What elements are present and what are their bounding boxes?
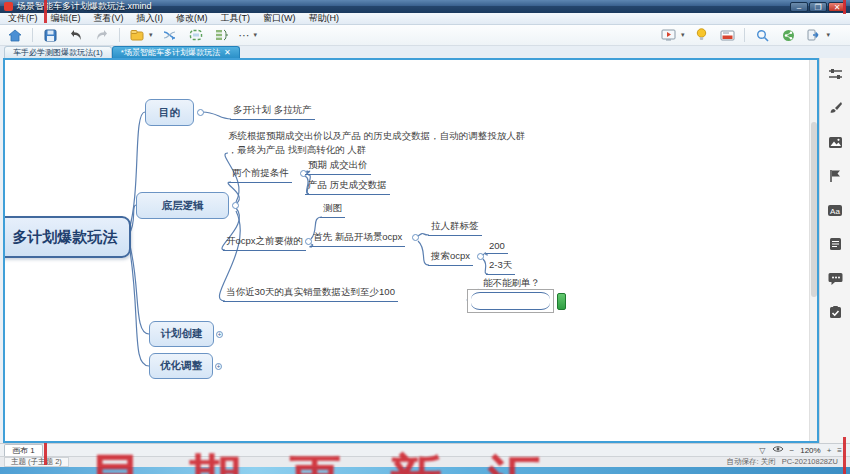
presentation-caret-icon[interactable]: ▾ (681, 31, 685, 39)
scrollbar-thumb[interactable] (811, 122, 817, 297)
export-button[interactable] (805, 27, 823, 44)
topic-test-image[interactable]: 测图 (320, 202, 345, 218)
collapse-joint[interactable] (232, 202, 239, 209)
menu-view[interactable]: 查看(V) (94, 12, 124, 25)
topic-underlying-logic[interactable]: 底层逻辑 (136, 192, 229, 219)
topic-system-text[interactable]: 系统根据预期成交出价以及产品 的历史成交数据，自动的调整投放人群 ，最终为产品 … (228, 129, 531, 157)
outline-toggle-icon[interactable]: ≡ (837, 446, 842, 455)
topic-product-history[interactable]: 产品 历史成交数据 (305, 179, 390, 195)
menu-edit[interactable]: 编辑(E) (51, 12, 81, 25)
marker-button[interactable] (128, 27, 146, 44)
svg-text:Aa: Aa (830, 206, 840, 215)
topic-optimization[interactable]: 优化调整 (149, 353, 213, 379)
summary-button[interactable] (213, 27, 231, 44)
watermark-line (44, 443, 47, 465)
notes-icon[interactable] (827, 236, 843, 252)
share-button[interactable] (779, 27, 797, 44)
image-icon[interactable] (827, 134, 843, 150)
root-topic[interactable]: 多计划爆款玩法 (3, 216, 131, 258)
topic-plan-creation[interactable]: 计划创建 (149, 321, 214, 347)
collapse-joint[interactable] (412, 234, 419, 241)
export-caret-icon[interactable]: ▾ (826, 31, 830, 39)
toolbar: ▾ ⋯ ▾ ▾ ▾ (0, 25, 850, 46)
tab-close-icon[interactable]: ✕ (224, 48, 231, 57)
zoom-out-button[interactable]: − (790, 446, 795, 455)
xmind-app-icon (4, 2, 13, 11)
tab-label: 车手必学测图爆款玩法(1) (13, 47, 103, 58)
canvas-vertical-scrollbar[interactable] (809, 60, 817, 441)
marker-caret-icon[interactable]: ▾ (149, 31, 153, 39)
watermark-line (843, 437, 846, 474)
topic-200[interactable]: 200 (486, 240, 508, 254)
save-button[interactable] (41, 27, 59, 44)
topic-expected-bid[interactable]: 预期 成交出价 (305, 159, 371, 175)
topic-before-ocpx[interactable]: 开ocpx之前要做的 (223, 235, 306, 251)
undo-button[interactable] (67, 27, 85, 44)
menu-modify[interactable]: 修改(M) (176, 12, 208, 25)
topic-crowd-tag[interactable]: 拉人群标签 (428, 220, 482, 236)
search-button[interactable] (753, 27, 771, 44)
topic-two-preconditions[interactable]: 两个前提条件 (229, 167, 292, 183)
presentation-button[interactable] (660, 27, 678, 44)
menu-help[interactable]: 帮助(H) (309, 12, 340, 25)
menu-tools[interactable]: 工具(T) (221, 12, 251, 25)
paint-brush-icon[interactable] (827, 100, 843, 116)
slide-panel-button[interactable] (718, 27, 736, 44)
tab-current-file[interactable]: *场景智能车多计划爆款玩法 ✕ (112, 46, 240, 58)
menu-window[interactable]: 窗口(W) (263, 12, 296, 25)
topic-2-3-days[interactable]: 2-3天 (486, 259, 515, 275)
topic-purpose[interactable]: 目的 (145, 99, 194, 126)
redo-button[interactable] (93, 27, 111, 44)
zoom-in-button[interactable]: + (827, 446, 832, 455)
expand-joint[interactable]: + (216, 331, 223, 338)
comments-icon[interactable] (827, 270, 843, 286)
topic-30day-sales[interactable]: 当你近30天的真实销量数据达到至少100 (223, 286, 398, 302)
topic-editing-box[interactable] (467, 289, 554, 313)
autosave-status: 自动保存: 关闭 (727, 457, 776, 467)
topic-multi-plan[interactable]: 多开计划 多拉坑产 (230, 104, 315, 120)
topic-search-ocpx[interactable]: 搜索ocpx (428, 250, 473, 266)
watermark-line (843, 0, 846, 14)
eye-icon[interactable] (772, 445, 784, 455)
watermark-line (44, 0, 47, 23)
task-check-icon[interactable] (827, 304, 843, 320)
zoom-level: 120% (800, 446, 820, 455)
minimize-button[interactable]: – (790, 2, 808, 12)
selection-status: 主题 (子主题 2) (4, 457, 69, 467)
right-sidebar: Aa (819, 58, 850, 443)
styles-text-icon[interactable]: Aa (827, 202, 843, 218)
collapse-joint[interactable] (477, 253, 484, 260)
collapse-joint[interactable] (197, 109, 204, 116)
watermark-text: 早期更新汇 (88, 444, 588, 474)
menu-bar: 文件(F) 编辑(E) 查看(V) 插入(I) 修改(M) 工具(T) 窗口(W… (0, 13, 850, 25)
sheet-dropdown-icon[interactable]: ▽ (759, 446, 765, 455)
sheet-tab-canvas1[interactable]: 画布 1 (4, 444, 43, 456)
lightbulb-button[interactable] (692, 27, 710, 44)
more-tools-button[interactable]: ⋯ (239, 29, 251, 42)
more-caret-icon[interactable]: ▾ (254, 31, 258, 39)
mindmap-canvas[interactable]: 多计划爆款玩法 目的 多开计划 多拉坑产 底层逻辑 系统根据预期成交出价以及产品… (3, 58, 819, 443)
marker-flag-icon[interactable] (827, 168, 843, 184)
device-name: PC-20210828ZU (782, 457, 838, 467)
tab-label: *场景智能车多计划爆款玩法 (121, 47, 220, 58)
maximize-button[interactable]: ❐ (809, 2, 827, 12)
tab-other-file[interactable]: 车手必学测图爆款玩法(1) (4, 46, 112, 58)
title-bar: 场景智能车多计划爆款玩法.xmind – ❐ ✕ (0, 0, 850, 13)
format-sliders-icon[interactable] (827, 66, 843, 82)
menu-insert[interactable]: 插入(I) (137, 12, 164, 25)
home-button[interactable] (6, 27, 24, 44)
menu-file[interactable]: 文件(F) (8, 12, 38, 25)
topic-editing-inner (471, 292, 550, 310)
topic-first-scene-ocpx[interactable]: 首先 新品开场景ocpx (310, 231, 405, 247)
relationship-button[interactable] (161, 27, 179, 44)
boundary-button[interactable] (187, 27, 205, 44)
expand-joint[interactable]: + (215, 363, 222, 370)
resize-handle[interactable] (557, 293, 566, 310)
document-tab-bar: 车手必学测图爆款玩法(1) *场景智能车多计划爆款玩法 ✕ (0, 46, 850, 58)
